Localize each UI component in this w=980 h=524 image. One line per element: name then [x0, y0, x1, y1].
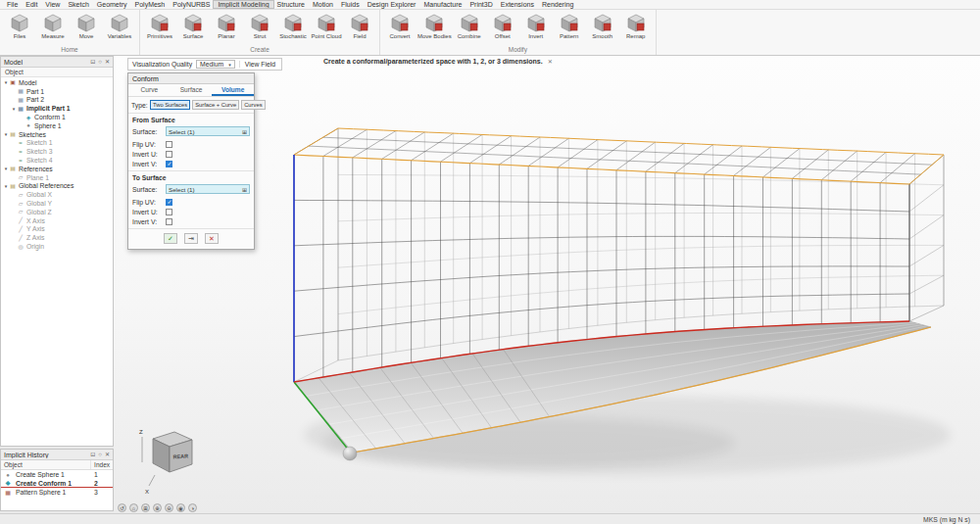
tree-item[interactable]: ◎ Origin: [1, 242, 113, 251]
ribbon-button[interactable]: Measure: [36, 11, 70, 45]
search-icon[interactable]: ○: [98, 59, 102, 65]
tree-item[interactable]: ▾ ▤ References: [1, 165, 113, 173]
menu-item[interactable]: Sketch: [64, 1, 92, 8]
history-row[interactable]: ◈Create Conform 1 2: [1, 479, 113, 488]
tree-item[interactable]: ▾ ▤ Global References: [1, 182, 113, 191]
tree-item-label: Sketches: [19, 131, 46, 138]
zoom-in-icon[interactable]: ⊕: [153, 503, 162, 512]
menu-item[interactable]: Fluids: [337, 1, 364, 8]
view-field-button[interactable]: View Field: [239, 61, 277, 68]
ribbon-button[interactable]: Offset: [486, 11, 519, 45]
ribbon-button[interactable]: Stochastic: [276, 11, 310, 45]
search-icon[interactable]: ○: [98, 452, 102, 457]
cancel-button[interactable]: ✕: [205, 233, 219, 244]
hint-close-icon[interactable]: ✕: [548, 58, 553, 65]
view-cube-face-label: REAR: [172, 453, 188, 459]
menu-item[interactable]: PolyMesh: [131, 1, 170, 8]
dialog-tab[interactable]: Curve: [128, 84, 171, 96]
menu-item[interactable]: Manufacture: [419, 1, 466, 8]
tree-item[interactable]: ≈ Sketch 1: [1, 139, 113, 148]
ribbon-button[interactable]: Invert: [519, 11, 553, 45]
tree-item[interactable]: ▱ Plane 1: [1, 173, 113, 182]
close-icon[interactable]: ✕: [105, 452, 110, 457]
ribbon-button[interactable]: Point Cloud: [310, 11, 343, 45]
tree-item[interactable]: ╱ Z Axis: [1, 233, 113, 242]
history-row[interactable]: ▦Pattern Sphere 1 3: [1, 488, 113, 497]
tree-item[interactable]: ▱ Global Z: [1, 208, 113, 216]
menu-item[interactable]: Implicit Modeling: [214, 1, 272, 8]
tree-item[interactable]: ╱ Y Axis: [1, 225, 113, 234]
tree-item[interactable]: ● Sphere 1: [1, 121, 113, 130]
dialog-tab[interactable]: Surface: [171, 84, 213, 96]
ribbon-button[interactable]: Combine: [453, 11, 486, 45]
view-cube[interactable]: Z X REAR: [137, 423, 206, 498]
ribbon-button[interactable]: Move Bodies: [416, 11, 453, 45]
checkbox[interactable]: [166, 141, 172, 148]
tree-item[interactable]: ▱ Global X: [1, 190, 113, 199]
zoom-window-icon[interactable]: ⊞: [141, 503, 150, 512]
tree-item[interactable]: ▦ Part 1: [1, 87, 113, 96]
ribbon-button[interactable]: Variables: [103, 11, 136, 45]
menu-item[interactable]: Edit: [22, 1, 41, 8]
tree-item[interactable]: ▦ Part 2: [1, 96, 113, 105]
zoom-out-icon[interactable]: ⊖: [165, 503, 173, 512]
ribbon-button[interactable]: Planar: [210, 11, 243, 45]
menu-item[interactable]: File: [3, 1, 22, 8]
surface-select[interactable]: Select (1) ⊞: [166, 126, 250, 136]
tree-item[interactable]: ▾ ▣ Model: [1, 78, 113, 87]
checkbox[interactable]: [166, 161, 172, 167]
checkbox[interactable]: [166, 209, 172, 215]
ribbon-button[interactable]: Files: [3, 11, 36, 45]
menu-item[interactable]: Rendering: [538, 1, 577, 8]
field-icon: [349, 12, 370, 33]
menu-item[interactable]: Motion: [309, 1, 337, 8]
history-rows: ●Create Sphere 1 1 ◈Create Conform 1 2 ▦…: [1, 470, 113, 497]
ribbon-button[interactable]: Field: [343, 11, 376, 45]
close-icon[interactable]: ✕: [105, 59, 110, 65]
ribbon-button[interactable]: Pattern: [553, 11, 586, 45]
orbit-icon[interactable]: ↺: [118, 503, 126, 512]
menu-item[interactable]: Print3D: [466, 1, 496, 8]
surface-select[interactable]: Select (1) ⊞: [166, 184, 250, 194]
checkbox-label: Flip UV:: [132, 141, 166, 148]
view-icon[interactable]: ◑: [188, 503, 197, 512]
type-option-button[interactable]: Two Surfaces: [150, 100, 190, 110]
type-label: Type:: [131, 102, 148, 109]
ribbon-button[interactable]: Remap: [619, 11, 653, 45]
apply-next-button[interactable]: ⇥: [184, 233, 198, 244]
home-icon[interactable]: ⌂: [129, 503, 138, 512]
menu-item[interactable]: Geometry: [93, 1, 131, 8]
tree-item[interactable]: ≈ Sketch 3: [1, 147, 113, 156]
tree-item[interactable]: ╱ X Axis: [1, 216, 113, 225]
menu-item[interactable]: Structure: [273, 1, 309, 8]
ok-button[interactable]: ✓: [164, 233, 177, 244]
menu-item[interactable]: Extensions: [497, 1, 538, 8]
type-option-button[interactable]: Surface + Curve: [192, 100, 239, 110]
tree-item[interactable]: ▾ ▦ Implicit Part 1: [1, 104, 113, 113]
type-option-button[interactable]: Curves: [241, 100, 265, 110]
ribbon-button[interactable]: Convert: [383, 11, 416, 45]
tree-item[interactable]: ◈ Conform 1: [1, 113, 113, 121]
menu-item[interactable]: Design Explorer: [364, 1, 420, 8]
tree-item[interactable]: ≈ Sketch 4: [1, 156, 113, 165]
menu-item[interactable]: PolyNURBS: [169, 1, 214, 8]
ribbon-button[interactable]: Move: [70, 11, 103, 45]
checkbox[interactable]: [166, 151, 172, 158]
axis-icon: ╱: [17, 235, 24, 241]
ribbon-button[interactable]: Strut: [243, 11, 276, 45]
menu-item[interactable]: View: [41, 1, 64, 8]
collapse-icon[interactable]: ⊡: [90, 59, 95, 65]
dialog-tab[interactable]: Volume: [212, 84, 254, 96]
collapse-icon[interactable]: ⊡: [90, 452, 95, 457]
checkbox[interactable]: [166, 218, 172, 225]
viz-quality-select[interactable]: Medium ▾: [196, 60, 235, 69]
zoom-fit-icon[interactable]: ◉: [176, 503, 185, 512]
ribbon-button[interactable]: Surface: [176, 11, 210, 45]
checkbox[interactable]: [166, 199, 172, 206]
ribbon-button[interactable]: Smooth: [586, 11, 619, 45]
ribbon-button[interactable]: Primitives: [143, 11, 176, 45]
history-row[interactable]: ●Create Sphere 1 1: [1, 470, 113, 479]
select-picker-icon: ⊞: [242, 186, 247, 193]
tree-item[interactable]: ▾ ▤ Sketches: [1, 130, 113, 139]
tree-item[interactable]: ▱ Global Y: [1, 199, 113, 208]
